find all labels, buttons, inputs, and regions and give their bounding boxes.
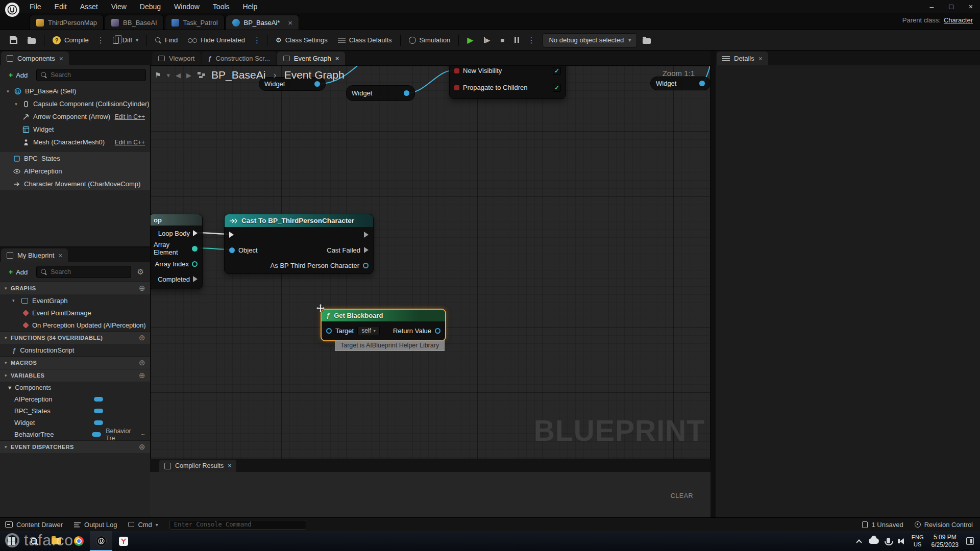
tree-row-char-movement[interactable]: Character Movement (CharMoveComp): [0, 178, 150, 190]
my-blueprint-tab[interactable]: My Blueprint ×: [1, 248, 68, 262]
edit-in-cpp-link[interactable]: Edit in C++: [115, 139, 145, 146]
cast-failed-pin[interactable]: [364, 247, 369, 253]
object-pin[interactable]: [404, 90, 409, 96]
exec-in-pin[interactable]: [229, 232, 234, 238]
tab-bp-baseai[interactable]: BP_BaseAi* ×: [226, 15, 300, 30]
bool-pin[interactable]: [454, 85, 459, 90]
maximize-button[interactable]: □: [949, 3, 953, 11]
components-tab[interactable]: Components ×: [1, 52, 69, 65]
hide-unrelated-options-button[interactable]: ⋮: [251, 36, 263, 45]
language-indicator[interactable]: ENG US: [912, 534, 924, 547]
event-graph-canvas[interactable]: ⚑ ▾ ◀ ▶ BP_BaseAi › Event Graph Zoom 1:1…: [150, 65, 710, 459]
close-icon[interactable]: ×: [58, 252, 62, 260]
target-pin[interactable]: [326, 328, 332, 334]
tree-row-mesh[interactable]: Mesh (CharacterMesh0) Edit in C++: [0, 136, 150, 148]
output-log-button[interactable]: Output Log: [74, 521, 117, 529]
graphs-section-header[interactable]: ▾ GRAPHS ⊕: [0, 282, 150, 294]
compile-options-button[interactable]: ⋮: [94, 36, 107, 45]
checkbox-checked[interactable]: ✓: [553, 84, 561, 92]
variable-type-pill[interactable]: [94, 409, 103, 413]
exec-out-pin[interactable]: [364, 232, 369, 238]
add-graph-button[interactable]: ⊕: [139, 284, 145, 293]
yandex-browser-button[interactable]: [112, 531, 135, 551]
exec-pin[interactable]: [193, 276, 198, 282]
twisty-icon[interactable]: ▾: [12, 298, 17, 303]
taskbar-clock[interactable]: 5:09 PM 6/25/2023: [932, 534, 959, 549]
content-drawer-button[interactable]: Content Drawer: [5, 521, 63, 529]
tab-viewport[interactable]: Viewport: [152, 52, 201, 65]
node-get-widget-3[interactable]: Widget: [650, 77, 710, 90]
graph-row-eventgraph[interactable]: ▾ EventGraph: [0, 294, 150, 307]
menu-edit[interactable]: Edit: [55, 3, 67, 11]
close-button[interactable]: ×: [969, 3, 973, 11]
add-variable-button[interactable]: ⊕: [139, 371, 145, 380]
chevron-down-icon[interactable]: ▾: [167, 71, 170, 79]
graph-row-on-perception-updated[interactable]: On Perception Updated (AIPerception): [0, 319, 150, 331]
debug-browse-button[interactable]: [638, 33, 655, 48]
tree-row-capsule[interactable]: ▾ Capsule Component (CollisionCylinder): [0, 97, 150, 110]
graph-row-event-pointdamage[interactable]: Event PointDamage: [0, 307, 150, 319]
target-self-dropdown[interactable]: self ▾: [357, 326, 380, 335]
menu-tools[interactable]: Tools: [213, 3, 230, 11]
edit-in-cpp-link[interactable]: Edit in C++: [115, 113, 145, 120]
speaker-icon[interactable]: [898, 538, 904, 544]
macros-section-header[interactable]: ▾ MACROS ⊕: [0, 356, 150, 369]
details-tab[interactable]: Details ×: [717, 52, 768, 65]
variable-type-pill[interactable]: [94, 420, 103, 425]
revision-control-button[interactable]: Revision Control: [915, 521, 973, 529]
breadcrumb-root[interactable]: BP_BaseAi: [211, 69, 265, 81]
unreal-app-button[interactable]: [90, 531, 112, 551]
as-character-pin[interactable]: [363, 263, 369, 268]
tab-event-graph[interactable]: Event Graph ×: [277, 52, 346, 65]
simulation-button[interactable]: Simulation: [404, 33, 455, 48]
menu-view[interactable]: View: [111, 3, 127, 11]
array-index-pin[interactable]: [192, 261, 198, 267]
variable-type-label[interactable]: Behavior Tre: [106, 428, 141, 442]
checkbox-checked[interactable]: ✓: [553, 67, 561, 75]
tab-bb-baseai[interactable]: BB_BaseAI: [105, 15, 164, 30]
tree-row-widget[interactable]: Widget: [0, 123, 150, 136]
add-macro-button[interactable]: ⊕: [139, 358, 145, 367]
tree-row-aiperception[interactable]: AIPerception: [0, 165, 150, 178]
add-function-button[interactable]: ⊕: [139, 333, 145, 342]
browse-button[interactable]: [23, 33, 40, 48]
debug-object-dropdown[interactable]: No debug object selected ▾: [543, 33, 637, 47]
bool-pin[interactable]: [454, 68, 459, 73]
return-value-pin[interactable]: [435, 328, 440, 334]
find-button[interactable]: Find: [151, 33, 182, 48]
tab-task-patrol[interactable]: Task_Patrol: [165, 15, 225, 30]
variable-type-pill[interactable]: [94, 397, 103, 402]
pause-button[interactable]: [510, 33, 524, 48]
play-button[interactable]: ▶: [462, 33, 478, 48]
tree-row-bpc-states[interactable]: BPC_States: [0, 152, 150, 165]
save-button[interactable]: [5, 33, 22, 48]
menu-window[interactable]: Window: [174, 3, 200, 11]
twisty-icon[interactable]: ▾: [5, 89, 11, 94]
tab-close-icon[interactable]: ×: [288, 18, 292, 27]
functions-section-header[interactable]: ▾ FUNCTIONS (34 OVERRIDABLE) ⊕: [0, 331, 150, 344]
tab-construction-script[interactable]: ƒ Construction Scr...: [202, 52, 276, 65]
object-pin[interactable]: [229, 247, 235, 253]
compiler-results-tab[interactable]: Compiler Results ×: [159, 460, 236, 472]
class-settings-button[interactable]: ⚙ Class Settings: [271, 33, 332, 48]
object-pin[interactable]: [699, 81, 705, 86]
node-foreach-loop-partial[interactable]: op Loop Body Array Element Array Index C…: [150, 214, 203, 289]
add-dispatcher-button[interactable]: ⊕: [139, 442, 145, 452]
clear-button[interactable]: CLEAR: [671, 492, 693, 499]
stop-button[interactable]: ■: [496, 33, 509, 48]
function-row-constructionscript[interactable]: ƒ ConstructionScript: [0, 344, 150, 356]
variable-type-pill[interactable]: [92, 432, 101, 437]
close-icon[interactable]: ×: [228, 462, 231, 469]
tree-row-arrow[interactable]: Arrow Component (Arrow) Edit in C++: [0, 110, 150, 123]
menu-asset[interactable]: Asset: [80, 3, 98, 11]
tab-thirdpersonmap[interactable]: ThirdPersonMap: [30, 15, 104, 30]
bookmark-icon[interactable]: ⚑: [155, 71, 161, 79]
variable-row-bpc-states[interactable]: BPC_States: [0, 405, 150, 417]
unreal-logo-icon[interactable]: [5, 3, 19, 17]
my-blueprint-search-input[interactable]: [51, 268, 126, 276]
back-icon[interactable]: ◀: [176, 71, 181, 79]
components-search-input[interactable]: [51, 71, 141, 79]
parent-class-link[interactable]: Character: [944, 16, 973, 24]
menu-file[interactable]: File: [30, 3, 41, 11]
cmd-dropdown[interactable]: Cmd ▾: [128, 521, 158, 529]
